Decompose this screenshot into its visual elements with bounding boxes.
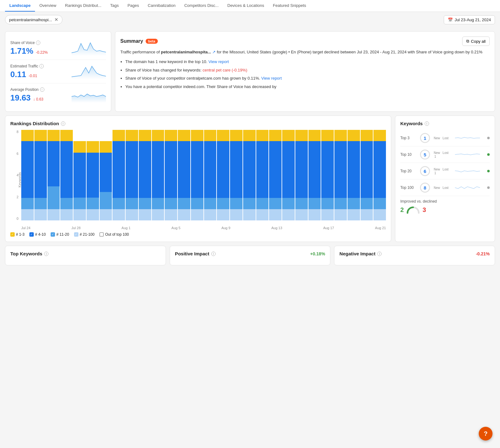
bar-group-26 — [361, 130, 373, 220]
summary-card: Summary beta ⧉ Copy all Traffic performa… — [115, 31, 495, 112]
date-picker-button[interactable]: 📅 Jul 23-Aug 21, 2024 — [444, 15, 495, 24]
estimated-traffic-chart — [72, 64, 106, 79]
legend-21-100-check: ✓ — [74, 232, 78, 237]
gauge-icon — [406, 205, 420, 214]
kw-top100-label: Top 100 — [400, 185, 418, 190]
legend-21-100: ✓ # 21-100 — [74, 232, 94, 237]
bar-group-9 — [139, 130, 151, 220]
average-position-value: 19.63 — [10, 93, 31, 103]
summary-title-text: Summary — [120, 38, 143, 44]
nav-item-tags[interactable]: Tags — [106, 0, 123, 12]
bar-group-7 — [112, 130, 125, 220]
improved-declined-label: Improved vs. declined — [400, 199, 490, 204]
negative-impact-value: -0.21% — [476, 251, 490, 256]
share-of-voice-label: Share of Voice — [10, 41, 35, 45]
summary-bullet-1: The domain has 1 new keyword in the top … — [125, 59, 490, 65]
average-position-label: Average Position — [10, 87, 39, 92]
summary-bullet-4: You have a potential competitor indeed.c… — [125, 84, 490, 90]
copy-all-label: Copy all — [471, 39, 486, 44]
share-of-voice-value: 1.71% — [10, 46, 33, 56]
share-of-voice-chart — [72, 40, 106, 56]
bar-group-0 — [21, 130, 34, 220]
negative-impact-info-icon[interactable]: i — [377, 252, 382, 256]
kw-top3-sparkline — [451, 133, 484, 143]
domain-label: petcentralanimalhospi... — [9, 17, 52, 22]
rankings-title: Rankings Distribution — [10, 121, 59, 126]
kw-top20-new-lost: New Lost 1 — [434, 168, 448, 175]
bar-group-5 — [87, 130, 99, 220]
estimated-traffic-info-icon[interactable]: i — [39, 64, 44, 68]
kw-top3-dot — [487, 137, 490, 139]
bar-group-19 — [269, 130, 282, 220]
kw-top10-item: Top 10 5 New Lost 1 — [400, 146, 490, 163]
legend-4-10: ✓ # 4-10 — [29, 232, 46, 237]
keywords-title: Keywords — [400, 121, 423, 126]
nav-item-devices[interactable]: Devices & Locations — [223, 0, 269, 12]
beta-badge: beta — [146, 39, 158, 44]
keywords-info-icon[interactable]: i — [425, 121, 429, 126]
positive-impact-info-icon[interactable]: i — [211, 252, 216, 256]
date-label: Jul 23-Aug 21, 2024 — [455, 17, 491, 22]
summary-bullet-3: Share of Voice of your competitor centra… — [125, 75, 490, 82]
top-keywords-card: Top Keywords i — [5, 246, 166, 265]
nav-item-snippets[interactable]: Featured Snippets — [268, 0, 310, 12]
nav-item-competitors[interactable]: Competitors Disc... — [180, 0, 223, 12]
average-position-metric: Average Position i 19.63 ↓ 0.63 — [10, 83, 106, 106]
nav-item-pages[interactable]: Pages — [123, 0, 143, 12]
nav-item-landscape[interactable]: Landscape — [5, 0, 35, 12]
kw-top3-item: Top 3 1 New Lost — [400, 130, 490, 146]
legend-4-10-check: ✓ — [29, 232, 34, 237]
bar-group-11 — [165, 130, 177, 220]
kw-top100-dot — [487, 186, 490, 189]
kw-top100-circle: 8 — [420, 183, 430, 193]
copy-all-button[interactable]: ⧉ Copy all — [462, 37, 490, 46]
average-position-info-icon[interactable]: i — [40, 87, 44, 92]
bar-group-3 — [60, 130, 73, 220]
share-of-voice-info-icon[interactable]: i — [36, 41, 40, 45]
kw-top3-new-lost: New Lost — [434, 136, 448, 140]
summary-body: Traffic performance of petcentralanimalh… — [120, 49, 490, 90]
bar-chart-area — [21, 130, 386, 220]
view-report-link-1[interactable]: View report — [208, 59, 229, 64]
kw-top20-item: Top 20 6 New Lost 1 — [400, 163, 490, 180]
positive-impact-value: +0.18% — [310, 251, 325, 256]
rankings-distribution-card: Rankings Distribution i Keywords 8 6 4 2… — [5, 116, 391, 242]
summary-bullet-2: Share of Voice has changed for keywords:… — [125, 67, 490, 74]
bar-group-25 — [348, 130, 360, 220]
kw-top3-circle: 1 — [420, 133, 430, 143]
bar-group-24 — [334, 130, 347, 220]
top-keywords-title: Top Keywords — [10, 251, 42, 256]
nav-item-cannibalization[interactable]: Cannibalization — [143, 0, 180, 12]
average-position-change: ↓ 0.63 — [33, 97, 43, 101]
kw-top20-circle: 6 — [420, 166, 430, 176]
close-icon[interactable]: ✕ — [54, 17, 58, 22]
positive-impact-title: Positive Impact — [175, 251, 209, 256]
bar-group-17 — [243, 130, 256, 220]
top-keywords-info-icon[interactable]: i — [44, 252, 48, 256]
bar-group-6 — [100, 130, 112, 220]
metrics-card: Share of Voice i 1.71% -0.22% — [5, 31, 111, 112]
top-nav: Landscape Overview Rankings Distribut...… — [0, 0, 500, 12]
declined-count: 3 — [422, 206, 426, 214]
keywords-card: Keywords i Top 3 1 New Lost — [395, 116, 495, 242]
central-pet-care-link[interactable]: central pet care (-0.19%) — [202, 68, 247, 72]
kw-top20-label: Top 20 — [400, 169, 418, 173]
bar-group-23 — [321, 130, 334, 220]
nav-item-rankings[interactable]: Rankings Distribut... — [61, 0, 106, 12]
positive-impact-card: Positive Impact i +0.18% — [170, 246, 331, 265]
bar-group-27 — [373, 130, 386, 220]
improved-declined-section: Improved vs. declined 2 3 — [400, 196, 490, 217]
rankings-info-icon[interactable]: i — [61, 121, 65, 126]
domain-link[interactable]: ↗ — [212, 50, 216, 54]
kw-top10-dot — [487, 153, 490, 156]
improved-count: 2 — [400, 206, 404, 214]
copy-icon: ⧉ — [466, 39, 469, 44]
domain-filter-chip[interactable]: petcentralanimalhospi... ✕ — [5, 15, 62, 24]
x-axis: Jul 24 Jul 28 Aug 1 Aug 5 Aug 9 Aug 13 A… — [21, 226, 386, 230]
negative-impact-title: Negative Impact — [339, 251, 375, 256]
view-report-link-2[interactable]: View report — [261, 76, 282, 81]
legend-out-check — [99, 232, 104, 237]
y-axis: 8 6 4 2 0 — [10, 130, 20, 220]
nav-item-overview[interactable]: Overview — [35, 0, 61, 12]
estimated-traffic-label: Estimated Traffic — [10, 64, 38, 68]
